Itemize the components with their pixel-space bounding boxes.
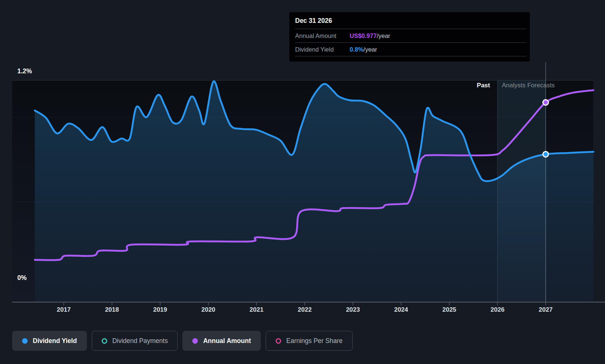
- x-axis-year-label: 2022: [288, 306, 321, 314]
- x-axis-year-label: 2017: [47, 306, 80, 314]
- hover-marker-dot: [543, 99, 549, 105]
- legend-item-dividend-payments[interactable]: Dividend Payments: [92, 331, 178, 351]
- legend-item-label: Annual Amount: [203, 337, 251, 345]
- legend-item-label: Dividend Payments: [112, 337, 168, 345]
- x-axis-year-label: 2026: [481, 306, 514, 314]
- legend-item-annual-amount[interactable]: Annual Amount: [182, 331, 261, 351]
- tooltip-row-label: Dividend Yield: [295, 46, 350, 53]
- ring-dot-icon: [102, 338, 107, 344]
- legend-item-label: Earnings Per Share: [286, 337, 343, 345]
- legend: Dividend YieldDividend PaymentsAnnual Am…: [12, 331, 353, 351]
- y-axis-label-min: 0%: [17, 274, 27, 282]
- x-axis-year-label: 2024: [385, 306, 418, 314]
- chart-tooltip: Dec 31 2026 Annual Amount US$0.977/year …: [289, 12, 530, 62]
- tooltip-row-dividend-yield: Dividend Yield 0.8%/year: [295, 43, 526, 56]
- legend-item-earnings-per-share[interactable]: Earnings Per Share: [266, 331, 353, 351]
- x-axis-year-label: 2025: [433, 306, 466, 314]
- tooltip-row-annual-amount: Annual Amount US$0.977/year: [295, 29, 526, 42]
- past-region-label: Past: [453, 82, 490, 89]
- x-axis-year-label: 2023: [336, 306, 370, 314]
- tooltip-date: Dec 31 2026: [289, 12, 530, 29]
- x-axis-year-label: 2021: [240, 306, 273, 314]
- y-axis-label-max: 1.2%: [17, 67, 32, 75]
- tooltip-row-value: 0.8%/year: [350, 46, 377, 53]
- legend-item-dividend-yield[interactable]: Dividend Yield: [12, 331, 87, 351]
- filled-dot-icon: [192, 338, 198, 344]
- hover-marker-dot: [543, 151, 549, 157]
- x-axis-year-label: 2027: [529, 306, 562, 314]
- x-axis-year-label: 2019: [144, 306, 177, 314]
- tooltip-row-label: Annual Amount: [295, 32, 350, 39]
- tooltip-row-value: US$0.977/year: [350, 32, 390, 39]
- legend-item-label: Dividend Yield: [33, 337, 77, 345]
- dividend-chart-page: { "tooltip": { "date": "Dec 31 2026", "r…: [0, 0, 605, 364]
- x-axis-year-label: 2020: [192, 306, 225, 314]
- ring-dot-icon: [276, 338, 281, 344]
- x-axis-year-label: 2018: [95, 306, 129, 314]
- filled-dot-icon: [22, 338, 28, 344]
- x-axis-ticks: [64, 302, 546, 305]
- analysts-forecasts-region-label: Analysts Forecasts: [502, 82, 555, 89]
